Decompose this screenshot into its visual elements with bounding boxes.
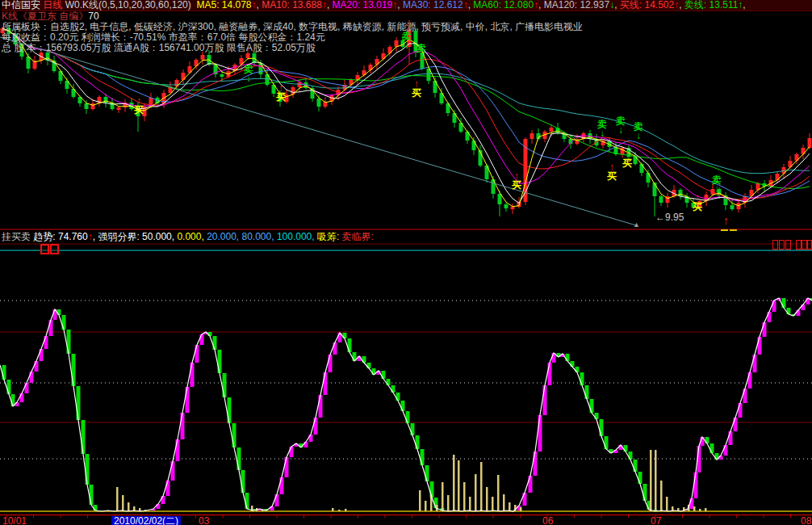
- candlestick-chart-surface[interactable]: [0, 0, 812, 229]
- stock-app-window: 中信国安 日线 W0.K线(0,5,10,20,30,60,120) MA5: …: [0, 0, 812, 525]
- separator-lines: [0, 229, 812, 250]
- indicator-chart-surface[interactable]: [0, 250, 812, 517]
- chart-canvas: [0, 0, 812, 525]
